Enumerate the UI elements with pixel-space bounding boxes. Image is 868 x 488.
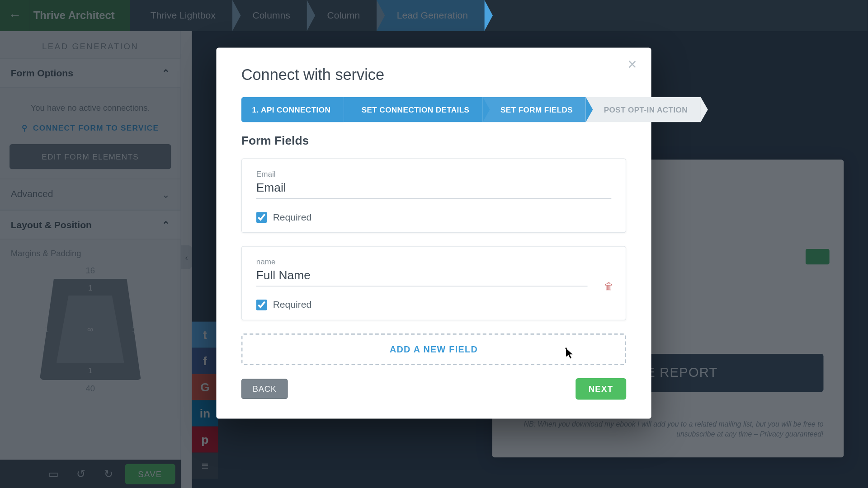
form-fields-heading: Form Fields xyxy=(241,134,626,148)
close-icon[interactable]: × xyxy=(623,55,642,74)
field-value-input[interactable] xyxy=(256,180,612,199)
step-api-connection[interactable]: 1. API CONNECTION xyxy=(241,97,344,122)
required-checkbox[interactable] xyxy=(256,212,267,223)
required-checkbox[interactable] xyxy=(256,300,267,310)
step-connection-details[interactable]: SET CONNECTION DETAILS xyxy=(344,97,482,122)
field-label: Email xyxy=(256,170,612,179)
modal-stepper: 1. API CONNECTION SET CONNECTION DETAILS… xyxy=(241,97,626,122)
back-button[interactable]: BACK xyxy=(241,379,288,399)
field-label: name xyxy=(256,257,612,266)
step-form-fields[interactable]: SET FORM FIELDS xyxy=(482,97,586,122)
add-new-field-button[interactable]: ADD A NEW FIELD xyxy=(241,333,626,365)
field-value-input[interactable] xyxy=(256,267,588,286)
required-label: Required xyxy=(273,300,312,310)
app-root: ← Thrive Architect Thrive Lightbox Colum… xyxy=(0,0,868,488)
modal-title: Connect with service xyxy=(241,66,626,84)
field-card-name: name 🗑 Required xyxy=(241,246,626,320)
field-card-email: Email Required xyxy=(241,159,626,233)
delete-field-icon[interactable]: 🗑 xyxy=(604,281,613,291)
next-button[interactable]: NEXT xyxy=(576,378,626,399)
required-label: Required xyxy=(273,212,312,223)
connect-service-modal: × Connect with service 1. API CONNECTION… xyxy=(216,47,651,418)
step-post-optin: POST OPT-IN ACTION xyxy=(586,97,701,122)
modal-overlay: × Connect with service 1. API CONNECTION… xyxy=(0,0,868,488)
modal-actions: BACK NEXT xyxy=(241,378,626,399)
